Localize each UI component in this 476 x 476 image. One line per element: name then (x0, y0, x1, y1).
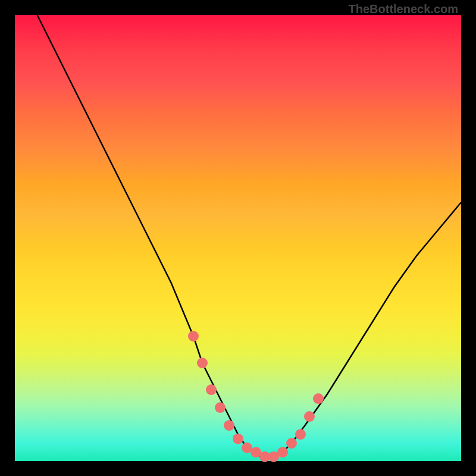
marker-point (286, 438, 297, 449)
highlighted-markers (188, 331, 324, 462)
marker-point (313, 393, 324, 404)
marker-point (304, 411, 315, 422)
marker-point (224, 420, 234, 431)
marker-point (215, 402, 226, 413)
marker-point (295, 429, 306, 440)
bottleneck-curve (37, 15, 462, 457)
marker-point (188, 331, 199, 342)
marker-point (206, 384, 217, 395)
curve-path (37, 15, 462, 457)
chart-container: TheBottleneck.com (0, 0, 476, 476)
marker-point (197, 358, 208, 368)
watermark-text: TheBottleneck.com (349, 2, 458, 16)
chart-svg (0, 0, 476, 476)
marker-point (233, 434, 243, 444)
marker-point (277, 447, 288, 458)
